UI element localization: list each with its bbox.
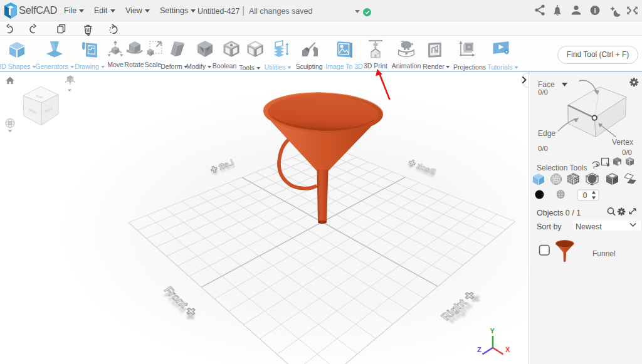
svg-text:0: 0: [583, 191, 587, 200]
svg-text:i: i: [594, 7, 596, 14]
svg-text:Y: Y: [490, 327, 495, 335]
svg-text:Z: Z: [477, 346, 482, 353]
svg-text:X: X: [505, 346, 510, 353]
